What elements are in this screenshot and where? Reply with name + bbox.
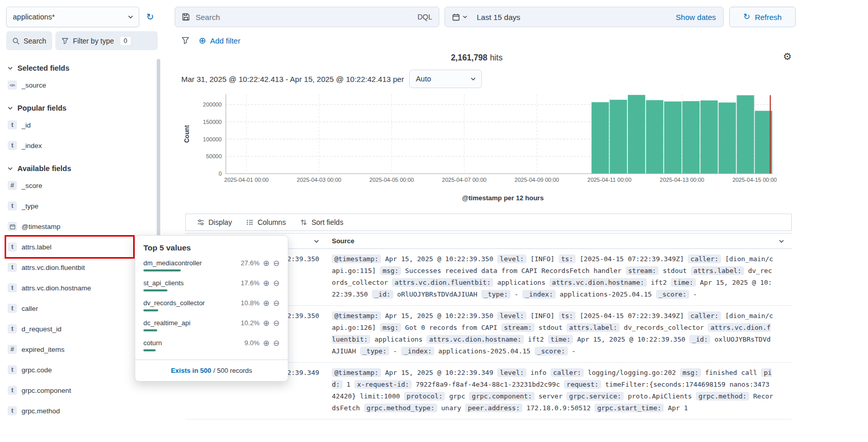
svg-text:2025-04-07 00:00: 2025-04-07 00:00 <box>442 177 486 183</box>
filter-for-value-icon[interactable]: ⊕ <box>263 319 270 327</box>
filter-out-value-icon[interactable]: ⊖ <box>273 279 280 287</box>
dql-button[interactable]: DQL <box>417 13 432 21</box>
columns-button[interactable]: Columns <box>246 218 286 226</box>
text-field-icon: t <box>8 304 17 313</box>
field-item-_index[interactable]: t_index <box>6 135 153 156</box>
field-item-expired_items[interactable]: #expired_items <box>6 339 153 360</box>
sort-fields-button[interactable]: Sort fields <box>300 218 343 226</box>
section-toggle[interactable]: Available fields <box>7 162 153 175</box>
filter-for-value-icon[interactable]: ⊕ <box>263 259 270 267</box>
refresh-index-pattern-button[interactable]: ↻ <box>142 8 158 26</box>
add-filter-label: Add filter <box>210 36 240 45</box>
filter-type-count-badge: 0 <box>120 37 131 45</box>
text-field-icon: t <box>8 406 17 415</box>
value-label: st_api_clients <box>143 279 237 287</box>
svg-text:2025-04-11 00:00: 2025-04-11 00:00 <box>587 177 631 183</box>
source-field-icon: </> <box>8 80 17 90</box>
search-bar[interactable]: DQL <box>175 7 439 27</box>
value-bar <box>143 269 181 271</box>
source-column-header[interactable]: Source <box>329 237 792 245</box>
display-button[interactable]: Display <box>197 218 232 226</box>
histogram-chart[interactable]: 0500001000001500002000002025-04-01 00:00… <box>181 90 780 193</box>
calendar-dropdown-button[interactable] <box>452 13 474 21</box>
interval-select[interactable]: Auto <box>409 70 482 88</box>
field-item-_source[interactable]: </>_source <box>6 75 153 95</box>
filter-icon[interactable] <box>181 36 189 45</box>
popup-values: dm_mediacontroller27.6%⊕⊖st_api_clients1… <box>135 259 288 351</box>
chevron-down-icon <box>470 76 476 82</box>
exists-in-link[interactable]: Exists in 500 <box>171 367 211 374</box>
field-name: _type <box>22 202 38 210</box>
save-query-icon[interactable] <box>182 13 190 21</box>
field-tag: attrs.label: <box>691 266 744 275</box>
field-item-@timestamp[interactable]: @timestamp <box>6 216 153 237</box>
filter-out-value-icon[interactable]: ⊖ <box>273 259 280 267</box>
field-item-attrs.label[interactable]: tattrs.label <box>6 237 133 257</box>
search-input[interactable] <box>196 13 412 22</box>
chart-options-gear-icon[interactable]: ⚙ <box>783 52 792 61</box>
field-tag: _index: <box>522 290 556 299</box>
index-pattern-select[interactable]: applications* <box>6 7 139 27</box>
text-field-icon: t <box>8 324 17 333</box>
value-bar <box>143 349 156 351</box>
text-field-icon: t <box>8 263 17 272</box>
field-tag: caller: <box>688 255 721 263</box>
field-tag: _type: <box>481 290 511 299</box>
source-column-label: Source <box>332 237 354 245</box>
svg-text:Count: Count <box>183 125 190 143</box>
field-item-attrs.vc.dion.fluentbit[interactable]: tattrs.vc.dion.fluentbit <box>6 257 153 278</box>
field-item-d_request_id[interactable]: td_request_id <box>6 319 153 339</box>
top-value-item: dc_realtime_api10.2%⊕⊖ <box>143 319 280 331</box>
field-item-_score[interactable]: #_score <box>6 175 153 196</box>
field-item-grpc.component[interactable]: tgrpc.component <box>6 380 153 401</box>
columns-label: Columns <box>258 218 286 226</box>
field-item-attrs.vc.dion.hostname[interactable]: tattrs.vc.dion.hostname <box>6 278 153 298</box>
refresh-button[interactable]: ↻ Refresh <box>729 7 796 27</box>
interval-value: Auto <box>416 75 470 83</box>
field-name: _index <box>22 142 42 150</box>
field-name: caller <box>22 305 38 312</box>
field-tag: msg: <box>680 368 701 377</box>
top-value-item: dv_records_collector10.8%⊕⊖ <box>143 299 280 311</box>
date-picker[interactable]: Last 15 days Show dates <box>444 7 724 27</box>
text-field-icon: t <box>8 365 17 374</box>
field-item-grpc.method[interactable]: tgrpc.method <box>6 401 153 421</box>
field-tag: _id: <box>372 290 393 299</box>
filter-for-value-icon[interactable]: ⊕ <box>263 299 270 307</box>
chevron-down-icon[interactable] <box>778 238 785 244</box>
top-value-item: dm_mediacontroller27.6%⊕⊖ <box>143 259 280 271</box>
funnel-icon <box>61 37 69 45</box>
histogram-svg: 0500001000001500002000002025-04-01 00:00… <box>181 90 780 193</box>
chevron-down-icon[interactable] <box>313 238 320 244</box>
interval-row: Mar 31, 2025 @ 10:22:42.413 - Apr 15, 20… <box>181 70 482 88</box>
field-item-_id[interactable]: t_id <box>6 115 153 135</box>
show-dates-button[interactable]: Show dates <box>676 13 716 22</box>
filter-for-value-icon[interactable]: ⊕ <box>263 279 270 287</box>
sliders-icon <box>197 219 204 226</box>
field-item-caller[interactable]: tcaller <box>6 298 153 319</box>
field-tag: @timestamp: <box>332 368 381 377</box>
filter-out-value-icon[interactable]: ⊖ <box>273 339 280 347</box>
field-search-button[interactable]: Search <box>6 31 52 50</box>
sidebar-scrollbar[interactable] <box>157 59 160 237</box>
chevron-down-icon <box>128 14 134 20</box>
section-toggle[interactable]: Popular fields <box>7 101 153 115</box>
filter-out-value-icon[interactable]: ⊖ <box>273 299 280 307</box>
field-item-grpc.code[interactable]: tgrpc.code <box>6 360 153 380</box>
field-item-_type[interactable]: t_type <box>6 196 153 216</box>
source-cell: @timestamp: Apr 15, 2025 @ 10:22:39.350 … <box>329 310 792 357</box>
filter-for-value-icon[interactable]: ⊕ <box>263 339 270 347</box>
add-filter-button[interactable]: ⊕ Add filter <box>199 36 240 45</box>
svg-text:2025-04-13 00:00: 2025-04-13 00:00 <box>660 177 704 183</box>
section-toggle[interactable]: Selected fields <box>7 61 153 75</box>
filter-out-value-icon[interactable]: ⊖ <box>273 319 280 327</box>
field-tag: x-request-id: <box>354 380 412 389</box>
field-tag: ts: <box>559 311 576 320</box>
date-range-label[interactable]: Last 15 days <box>477 13 520 22</box>
chart-x-axis-title: @timestamp per 12 hours <box>226 194 780 202</box>
field-name: @timestamp <box>22 223 60 230</box>
sidebar-controls: Search Filter by type 0 <box>6 31 158 50</box>
top-value-item: st_api_clients17.6%⊕⊖ <box>143 279 280 291</box>
refresh-icon: ↻ <box>744 13 750 21</box>
filter-by-type-button[interactable]: Filter by type 0 <box>55 31 158 50</box>
